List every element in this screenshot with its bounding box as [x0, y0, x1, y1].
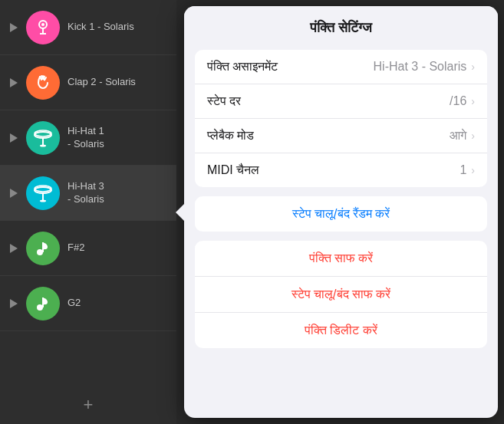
- step-rate-label: स्टेप दर: [207, 94, 450, 108]
- midi-channel-label: MIDI चैनल: [207, 163, 460, 177]
- playback-mode-chevron: ›: [471, 130, 475, 142]
- clear-row-label: पंक्ति साफ करें: [309, 251, 374, 265]
- clear-steps-label: स्टेप चालू/बंद साफ करें: [292, 288, 391, 301]
- track-icon-f2: [26, 232, 60, 265]
- track-item-g2[interactable]: G2: [0, 276, 176, 331]
- play-button-hihat1[interactable]: [6, 130, 21, 146]
- track-icon-g2: [26, 287, 60, 320]
- track-icon-kick: [26, 11, 60, 44]
- track-name-clap: Clap 2 - Solaris: [68, 76, 136, 89]
- add-icon: +: [84, 395, 94, 415]
- panel-red-section: पंक्ति साफ करें स्टेप चालू/बंद साफ करें …: [195, 241, 487, 348]
- play-button-g2[interactable]: [6, 296, 21, 311]
- clear-row-button[interactable]: पंक्ति साफ करें: [195, 241, 487, 277]
- svg-point-9: [35, 132, 51, 138]
- svg-point-17: [37, 249, 43, 255]
- play-button-hihat3[interactable]: [6, 186, 21, 201]
- track-icon-hihat3: [26, 176, 60, 210]
- playback-mode-value: आगे: [450, 129, 466, 143]
- step-rate-value: /16: [450, 94, 466, 108]
- assignment-label: पंक्ति असाइनमेंट: [207, 60, 374, 74]
- add-track-button[interactable]: +: [0, 386, 176, 424]
- track-item-clap[interactable]: Clap 2 - Solaris: [0, 55, 176, 110]
- panel-blue-section: स्टेप चालू/बंद रैंडम करें: [195, 196, 487, 232]
- track-item-hihat1[interactable]: Hi-Hat 1- Solaris: [0, 110, 176, 166]
- play-button-kick[interactable]: [6, 20, 21, 35]
- track-name-f2: F#2: [68, 242, 84, 255]
- clear-steps-button[interactable]: स्टेप चालू/बंद साफ करें: [195, 277, 487, 313]
- midi-channel-chevron: ›: [471, 164, 475, 176]
- panel-title: पंक्ति सेटिंग्ज: [184, 6, 498, 45]
- play-triangle-f2: [10, 244, 18, 253]
- midi-channel-value: 1: [460, 163, 466, 177]
- panel-arrow: [176, 203, 185, 222]
- track-name-hihat3: Hi-Hat 3- Solaris: [68, 180, 104, 206]
- panel-row-assignment[interactable]: पंक्ति असाइनमेंट Hi-Hat 3 - Solaris ›: [195, 50, 487, 84]
- track-item-f2[interactable]: F#2: [0, 221, 176, 276]
- assignment-value: Hi-Hat 3 - Solaris: [374, 60, 467, 74]
- play-button-clap[interactable]: [6, 75, 21, 90]
- track-name-hihat1: Hi-Hat 1- Solaris: [68, 125, 104, 151]
- play-triangle-g2: [10, 299, 18, 308]
- panel-row-midi-channel[interactable]: MIDI चैनल 1 ›: [195, 153, 487, 187]
- svg-point-16: [40, 199, 46, 202]
- track-icon-clap: [26, 66, 60, 100]
- track-item-hihat3[interactable]: Hi-Hat 3- Solaris: [0, 166, 176, 221]
- panel-info-section: पंक्ति असाइनमेंट Hi-Hat 3 - Solaris › स्…: [195, 50, 487, 187]
- svg-point-13: [35, 187, 51, 193]
- svg-point-19: [37, 304, 43, 311]
- assignment-chevron: ›: [471, 61, 475, 73]
- play-button-f2[interactable]: [6, 241, 21, 256]
- track-icon-hihat1: [26, 121, 60, 155]
- delete-row-label: पंक्ति डिलीट करें: [305, 324, 377, 337]
- panel-row-step-rate[interactable]: स्टेप दर /16 ›: [195, 84, 487, 119]
- svg-point-12: [40, 144, 46, 146]
- svg-line-5: [41, 76, 42, 79]
- step-rate-chevron: ›: [471, 95, 475, 107]
- play-triangle-kick: [10, 23, 18, 32]
- play-triangle-hihat1: [10, 133, 18, 143]
- play-triangle-hihat3: [10, 189, 18, 198]
- randomize-button[interactable]: स्टेप चालू/बंद रैंडम करें: [195, 196, 487, 232]
- track-item-kick[interactable]: Kick 1 - Solaris: [0, 0, 176, 55]
- randomize-label: स्टेप चालू/बंद रैंडम करें: [292, 207, 390, 221]
- track-name-g2: G2: [68, 297, 81, 310]
- track-list: Kick 1 - Solaris Clap 2 - Solaris: [0, 0, 176, 424]
- delete-row-button[interactable]: पंक्ति डिलीट करें: [195, 313, 487, 348]
- track-name-kick: Kick 1 - Solaris: [68, 21, 134, 34]
- panel-row-playback-mode[interactable]: प्लेबैक मोड आगे ›: [195, 119, 487, 153]
- svg-point-1: [41, 23, 44, 26]
- playback-mode-label: प्लेबैक मोड: [207, 129, 450, 143]
- play-triangle-clap: [10, 78, 18, 87]
- settings-panel: पंक्ति सेटिंग्ज पंक्ति असाइनमेंट Hi-Hat …: [184, 6, 498, 418]
